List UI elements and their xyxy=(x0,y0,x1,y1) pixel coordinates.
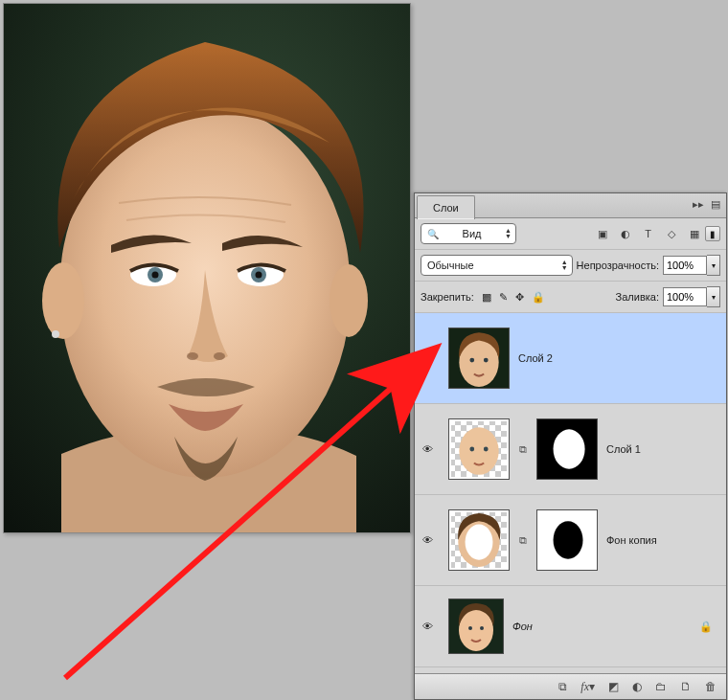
visibility-eye-icon[interactable]: 👁 xyxy=(422,534,433,546)
filter-toggle-icon[interactable]: ▮ xyxy=(705,226,720,241)
filter-smart-icon[interactable]: ▦ xyxy=(687,228,701,240)
collapse-icon[interactable]: ▸▸ xyxy=(692,197,705,211)
layer-thumbnail[interactable] xyxy=(448,418,510,480)
new-layer-icon[interactable]: 🗋 xyxy=(680,680,692,693)
svg-point-17 xyxy=(459,427,498,475)
filter-pixel-icon[interactable]: ▣ xyxy=(595,228,609,240)
filter-adjust-icon[interactable]: ◐ xyxy=(618,228,632,240)
svg-point-11 xyxy=(187,352,198,360)
link-layers-icon[interactable]: ⧉ xyxy=(558,680,567,693)
document-area xyxy=(0,0,414,700)
delete-layer-icon[interactable]: 🗑 xyxy=(705,680,717,693)
fill-input[interactable] xyxy=(663,287,707,306)
opacity-label: Непрозрачность: xyxy=(577,260,659,271)
svg-point-21 xyxy=(554,429,585,468)
filter-kind-select[interactable]: 🔍 Вид ▲▼ xyxy=(421,223,516,244)
layer-name[interactable]: Фон xyxy=(512,621,691,632)
document-canvas[interactable] xyxy=(3,3,411,533)
blend-mode-value: Обычные xyxy=(427,260,474,271)
svg-point-19 xyxy=(484,447,489,452)
svg-point-12 xyxy=(214,352,225,360)
blend-row: Обычные ▲▼ Непрозрачность: ▾ xyxy=(415,250,726,282)
svg-point-16 xyxy=(484,358,489,363)
layer-mask-thumbnail[interactable] xyxy=(536,509,598,571)
layer-name[interactable]: Слой 1 xyxy=(606,443,720,455)
panel-tab-bar: Слои ▸▸ ▤ xyxy=(415,193,726,218)
fx-icon[interactable]: fx▾ xyxy=(580,680,595,694)
tab-layers[interactable]: Слои xyxy=(417,195,475,219)
opacity-input[interactable] xyxy=(663,256,707,275)
layer-mask-thumbnail[interactable] xyxy=(536,418,598,480)
layers-panel: Слои ▸▸ ▤ 🔍 Вид ▲▼ ▣ ◐ T ◇ ▦ ▮ Обычные ▲… xyxy=(414,192,727,700)
search-icon: 🔍 xyxy=(427,229,439,239)
layer-filter-row: 🔍 Вид ▲▼ ▣ ◐ T ◇ ▦ ▮ xyxy=(415,218,726,250)
fill-input-group: ▾ xyxy=(663,286,720,307)
layer-thumbnail[interactable] xyxy=(448,509,510,571)
layer-lock-icon: 🔒 xyxy=(699,621,713,633)
blend-mode-select[interactable]: Обычные ▲▼ xyxy=(421,255,573,276)
svg-point-8 xyxy=(152,272,159,279)
layers-panel-footer: ⧉ fx▾ ◩ ◐ 🗀 🗋 🗑 xyxy=(415,673,726,699)
mask-link-icon[interactable]: ⧉ xyxy=(519,443,527,456)
svg-point-4 xyxy=(52,330,59,338)
mask-link-icon[interactable]: ⧉ xyxy=(519,534,527,547)
fill-stepper[interactable]: ▾ xyxy=(707,286,720,307)
svg-point-10 xyxy=(256,272,262,279)
filter-type-icon[interactable]: T xyxy=(641,228,655,240)
lock-all-icon[interactable]: 🔒 xyxy=(532,291,545,304)
layer-name[interactable]: Фон копия xyxy=(606,534,720,546)
filter-shape-icon[interactable]: ◇ xyxy=(664,228,678,240)
svg-point-24 xyxy=(466,524,493,559)
visibility-eye-icon[interactable]: 👁 xyxy=(422,443,433,455)
layer-thumbnail[interactable] xyxy=(448,598,504,654)
visibility-eye-icon[interactable]: 👁 xyxy=(422,621,433,632)
lock-transparent-icon[interactable]: ▩ xyxy=(482,291,491,304)
svg-point-29 xyxy=(468,626,472,630)
svg-point-26 xyxy=(554,521,583,558)
layer-name[interactable]: Слой 2 xyxy=(518,352,720,364)
filter-kind-label: Вид xyxy=(463,228,482,239)
layer-row[interactable]: 👁 ⧉ Слой 1 xyxy=(415,404,726,495)
lock-label: Закрепить: xyxy=(421,291,474,303)
svg-point-18 xyxy=(469,447,474,452)
lock-paint-icon[interactable]: ✎ xyxy=(499,291,508,304)
add-mask-icon[interactable]: ◩ xyxy=(608,680,619,693)
svg-point-2 xyxy=(42,262,84,339)
opacity-stepper[interactable]: ▾ xyxy=(707,255,720,276)
visibility-eye-icon[interactable]: 👁 xyxy=(422,352,433,364)
opacity-input-group: ▾ xyxy=(663,255,720,276)
svg-point-3 xyxy=(330,264,368,337)
layers-list: 👁 Слой 2 👁 ⧉ Слой 1 👁 ⧉ xyxy=(415,313,726,677)
adjustment-layer-icon[interactable]: ◐ xyxy=(632,680,642,693)
group-icon[interactable]: 🗀 xyxy=(655,680,667,693)
fill-label: Заливка: xyxy=(616,291,659,303)
lock-position-icon[interactable]: ✥ xyxy=(515,291,524,304)
layer-thumbnail[interactable] xyxy=(448,327,510,389)
lock-row: Закрепить: ▩ ✎ ✥ 🔒 Заливка: ▾ xyxy=(415,282,726,313)
filter-type-icons: ▣ ◐ T ◇ ▦ xyxy=(595,228,701,240)
tab-layers-label: Слои xyxy=(433,202,459,214)
svg-point-15 xyxy=(469,358,474,363)
layer-row[interactable]: 👁 Слой 2 xyxy=(415,313,726,404)
layer-row[interactable]: 👁 Фон 🔒 xyxy=(415,586,726,667)
panel-menu-icon[interactable]: ▤ xyxy=(709,197,722,211)
layer-row[interactable]: 👁 ⧉ Фон копия xyxy=(415,495,726,586)
svg-point-30 xyxy=(480,626,484,630)
